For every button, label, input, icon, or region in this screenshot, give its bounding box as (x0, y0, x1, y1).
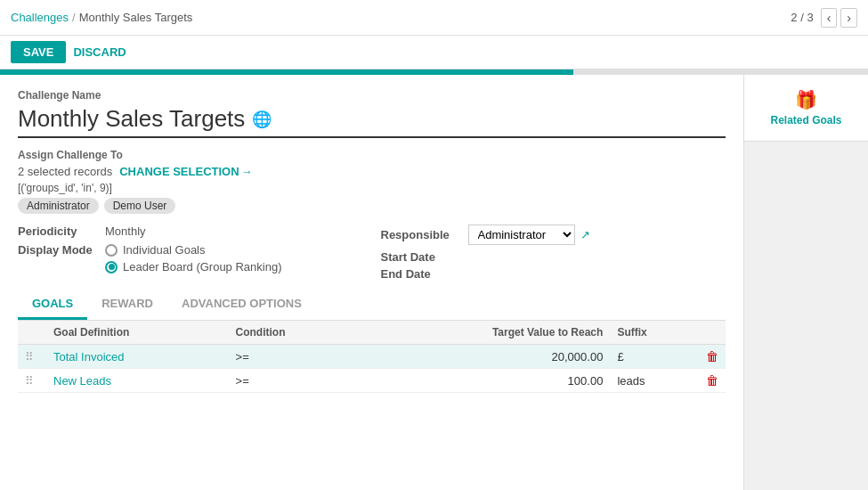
tag-administrator: Administrator (18, 198, 99, 214)
tag-demo-user: Demo User (104, 198, 176, 214)
end-date-label: End Date (381, 267, 461, 281)
tags-row: Administrator Demo User (18, 198, 726, 214)
related-goals-button[interactable]: 🎁 Related Goals (744, 75, 868, 142)
target-1: 20,000.00 (358, 345, 611, 369)
progress-bar (0, 69, 868, 75)
delete-1[interactable]: 🗑 (699, 345, 726, 369)
condition-1: >= (229, 345, 358, 369)
challenge-name-label: Challenge Name (18, 89, 726, 102)
responsible-row: Responsible Administrator ↗ (381, 225, 726, 245)
periodicity-value: Monthly (105, 225, 146, 238)
individual-goals-label: Individual Goals (123, 243, 206, 257)
periodicity-label: Periodicity (18, 225, 98, 238)
responsible-label: Responsible (381, 228, 461, 241)
start-date-label: Start Date (381, 250, 461, 264)
progress-bar-fill (0, 69, 573, 75)
top-bar: Challenges / Monthly Sales Targets 2 / 3… (0, 0, 868, 36)
leader-board-label: Leader Board (Group Ranking) (123, 260, 282, 274)
selected-count: 2 selected records (18, 165, 112, 178)
col-suffix: Suffix (610, 321, 699, 345)
radio-circle-leaderboard (105, 261, 118, 274)
delete-button-1[interactable]: 🗑 (706, 349, 718, 363)
table-row: ⠿ New Leads >= 100.00 leads 🗑 (18, 369, 726, 393)
col-goal-def: Goal Definition (46, 321, 229, 345)
goals-table: Goal Definition Condition Target Value t… (18, 321, 726, 393)
col-drag (18, 321, 46, 345)
suffix-1: £ (610, 345, 699, 369)
form-area: Challenge Name Monthly Sales Targets 🌐 A… (0, 75, 743, 490)
radio-individual[interactable]: Individual Goals (105, 243, 282, 257)
radio-leaderboard[interactable]: Leader Board (Group Ranking) (105, 260, 282, 274)
change-selection-button[interactable]: CHANGE SELECTION → (119, 165, 252, 178)
table-row: ⠿ Total Invoiced >= 20,000.00 £ 🗑 (18, 345, 726, 369)
arrow-right-icon: → (241, 165, 253, 178)
drag-handle-1[interactable]: ⠿ (18, 345, 46, 369)
delete-button-2[interactable]: 🗑 (706, 373, 718, 388)
main-layout: Challenge Name Monthly Sales Targets 🌐 A… (0, 75, 868, 490)
assign-row: 2 selected records CHANGE SELECTION → (18, 165, 726, 178)
related-goals-label: Related Goals (770, 114, 841, 127)
challenge-name-title: Monthly Sales Targets 🌐 (18, 105, 726, 138)
nav-prev-button[interactable]: ‹ (821, 8, 838, 28)
external-link-icon[interactable]: ↗ (580, 228, 590, 241)
challenge-name-value: Monthly Sales Targets (18, 105, 245, 133)
breadcrumb: Challenges / Monthly Sales Targets (11, 11, 192, 24)
nav-counter: 2 / 3 (791, 11, 813, 24)
periodicity-row: Periodicity Monthly (18, 225, 363, 238)
start-date-row: Start Date (381, 250, 726, 264)
save-button[interactable]: SAVE (11, 41, 66, 63)
right-sidebar: 🎁 Related Goals (743, 75, 868, 490)
display-mode-options: Individual Goals Leader Board (Group Ran… (105, 243, 282, 274)
drag-handle-2[interactable]: ⠿ (18, 369, 46, 393)
nav-right: 2 / 3 ‹ › (791, 8, 857, 28)
discard-button[interactable]: DISCARD (73, 45, 126, 59)
col-delete (699, 321, 726, 345)
col-condition: Condition (229, 321, 358, 345)
radio-circle-individual (105, 244, 118, 257)
responsible-select-wrap: Administrator ↗ (468, 225, 590, 245)
change-selection-label: CHANGE SELECTION (119, 165, 239, 178)
globe-icon: 🌐 (252, 110, 272, 129)
target-2: 100.00 (358, 369, 611, 393)
tab-goals[interactable]: GOALS (18, 290, 87, 320)
goal-def-1[interactable]: Total Invoiced (46, 345, 229, 369)
breadcrumb-current: Monthly Sales Targets (79, 11, 193, 24)
nav-next-button[interactable]: › (840, 8, 857, 28)
condition-2: >= (229, 369, 358, 393)
goal-def-2[interactable]: New Leads (46, 369, 229, 393)
end-date-row: End Date (381, 267, 726, 281)
delete-2[interactable]: 🗑 (699, 369, 726, 393)
domain-filter: [('groups_id', 'in', 9)] (18, 182, 726, 194)
display-mode-row: Display Mode Individual Goals Leader Boa… (18, 243, 363, 274)
tab-advanced[interactable]: ADVANCED OPTIONS (167, 290, 316, 320)
tabs-bar: GOALS REWARD ADVANCED OPTIONS (18, 290, 726, 321)
breadcrumb-separator: / (72, 11, 76, 24)
tab-reward[interactable]: REWARD (87, 290, 167, 320)
breadcrumb-challenges[interactable]: Challenges (11, 11, 69, 24)
col-target: Target Value to Reach (358, 321, 611, 345)
display-mode-label: Display Mode (18, 243, 98, 257)
gift-icon: 🎁 (795, 89, 817, 110)
suffix-2: leads (610, 369, 699, 393)
action-bar: SAVE DISCARD (0, 36, 868, 69)
assign-label: Assign Challenge To (18, 149, 726, 161)
responsible-select[interactable]: Administrator (468, 225, 575, 245)
